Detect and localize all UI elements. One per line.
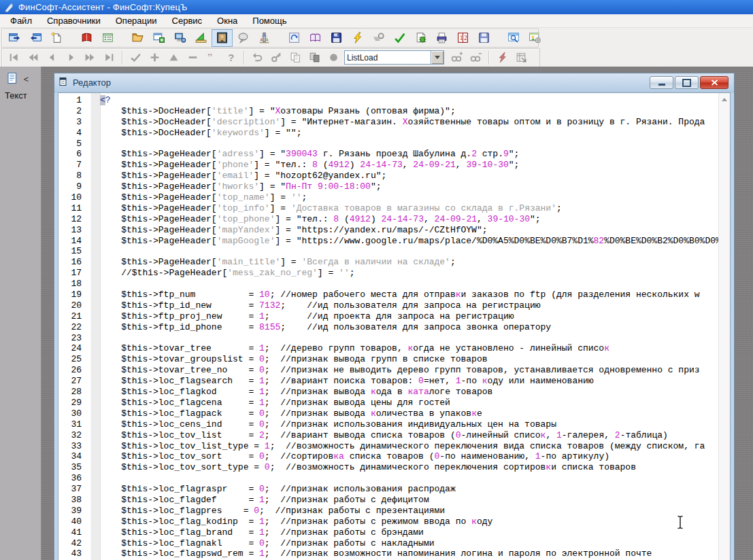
main-toolbar-group-2: [127, 29, 275, 47]
debug-bug-button[interactable]: [410, 29, 431, 47]
code-line: $this->loc_tov_sort_type = 0; //возможно…: [100, 462, 719, 473]
design-ruler-button[interactable]: [190, 29, 212, 47]
undo-button[interactable]: [248, 49, 267, 67]
app-icon: [4, 3, 14, 12]
record-circle-button[interactable]: [324, 49, 343, 67]
new-document-button[interactable]: [46, 29, 67, 47]
scroll-up-icon[interactable]: [722, 98, 727, 101]
add-record-button[interactable]: [145, 49, 164, 67]
menu-item-1[interactable]: Справочники: [39, 15, 108, 27]
svg-text:”: ”: [207, 51, 212, 64]
minimize-button[interactable]: [650, 76, 673, 89]
window-switch-prev-button[interactable]: [4, 29, 25, 47]
hint-balloon-icon: [237, 31, 250, 44]
image-settings-button[interactable]: [524, 29, 546, 47]
open-folder-button[interactable]: [127, 29, 148, 47]
code-line: $this->loc_flagraspr = 0; //признак испо…: [100, 484, 719, 495]
vertical-scrollbar[interactable]: [718, 93, 730, 560]
window-refresh-button[interactable]: [284, 29, 305, 47]
mdi-background: Редактор 1234567891011121314151617181920…: [41, 67, 753, 560]
new-window-icon: [152, 31, 165, 44]
code-line: $this->loc_cens_ind = 0; //признак испол…: [100, 419, 719, 430]
nav-toolbar-after-group-1: [492, 49, 531, 67]
send-to-monitor-button[interactable]: [169, 29, 190, 47]
line-number: 24: [58, 343, 90, 354]
quotes-button[interactable]: ”: [202, 49, 221, 67]
delete-record-button[interactable]: [183, 49, 202, 67]
line-number-gutter: 1234567891011121314151617181920212223242…: [58, 93, 90, 560]
line-number: 3: [58, 117, 90, 128]
menu-item-5[interactable]: Помощь: [245, 15, 294, 27]
run-fast-button[interactable]: [368, 29, 389, 47]
collapse-sidebar-button[interactable]: <: [24, 75, 29, 84]
line-number: 28: [58, 387, 90, 398]
find-next-button[interactable]: [447, 49, 466, 67]
line-number: 14: [58, 236, 90, 247]
code-line: $this->loc_flagpack = 0; //признак вывод…: [100, 408, 719, 419]
previous-record-button[interactable]: [42, 49, 61, 67]
line-number: 35: [58, 462, 90, 473]
forward-record-icon: [84, 51, 97, 64]
export-grid-button[interactable]: [512, 49, 531, 67]
web-preview-button[interactable]: [503, 29, 524, 47]
line-number: 31: [58, 419, 90, 430]
line-number: 37: [58, 484, 90, 495]
first-record-button[interactable]: [4, 49, 23, 67]
code-area[interactable]: <? $this->DocHeader['title'] = "Хозтовар…: [100, 93, 719, 560]
main-toolbar-group-4: [503, 29, 546, 47]
editor-window: Редактор 1234567891011121314151617181920…: [54, 73, 735, 560]
code-line: $this->loc_flag_brand = 1; //признак раб…: [100, 527, 719, 538]
properties-list-button[interactable]: [97, 29, 118, 47]
paste-special-button[interactable]: [305, 49, 324, 67]
last-record-button[interactable]: [99, 49, 118, 67]
first-record-icon: [7, 51, 20, 64]
code-editor[interactable]: 1234567891011121314151617181920212223242…: [58, 92, 731, 560]
code-line: $this->PageHeader['top_phone'] = "тел.: …: [100, 214, 719, 225]
editor-window-titlebar[interactable]: Редактор: [54, 73, 734, 92]
function-combobox-value[interactable]: ListLoad: [344, 50, 431, 65]
code-line: [100, 333, 719, 344]
menu-item-4[interactable]: Окна: [210, 15, 245, 27]
save-file-button[interactable]: [473, 29, 495, 47]
next-record-button[interactable]: [61, 49, 80, 67]
restore-button[interactable]: [675, 76, 699, 89]
line-number: 15: [58, 246, 90, 257]
line-number: 34: [58, 451, 90, 462]
rewind-record-button[interactable]: [23, 49, 42, 67]
menu-item-2[interactable]: Операции: [108, 15, 165, 27]
clear-search-button[interactable]: [492, 49, 512, 67]
new-window-button[interactable]: [148, 29, 169, 47]
chart-tower-button[interactable]: [254, 29, 275, 47]
sidebar-label: Текст: [0, 88, 41, 101]
copy-button[interactable]: [286, 49, 305, 67]
save-all-button[interactable]: [326, 29, 347, 47]
hint-balloon-button[interactable]: [233, 29, 254, 47]
code-line: $this->tovar_tree = 1; //дерево групп то…: [100, 343, 719, 354]
calendar-12-button[interactable]: 12: [452, 29, 473, 47]
accept-record-icon: [129, 51, 142, 64]
menu-item-0[interactable]: Файл: [3, 15, 39, 27]
svg-text:?: ?: [228, 52, 234, 63]
menu-item-3[interactable]: Сервис: [165, 15, 210, 27]
window-switch-next-button[interactable]: [25, 29, 46, 47]
combobox-dropdown-button[interactable]: [431, 50, 444, 65]
restore-icon: [682, 79, 691, 87]
line-number: 23: [58, 333, 90, 344]
forward-record-button[interactable]: [80, 49, 99, 67]
find-previous-button[interactable]: [466, 49, 485, 67]
close-button[interactable]: [700, 76, 729, 89]
syntax-check-button[interactable]: [389, 29, 410, 47]
print-document-button[interactable]: [431, 29, 452, 47]
references-book-button[interactable]: [76, 29, 97, 47]
function-combobox[interactable]: ListLoad: [344, 50, 444, 65]
open-book-button[interactable]: [305, 29, 326, 47]
rewind-record-icon: [27, 51, 39, 64]
editor-window-title: Редактор: [73, 77, 111, 88]
debug-bug-icon: [414, 31, 427, 44]
accept-record-button[interactable]: [126, 49, 145, 67]
help-button[interactable]: ?: [221, 49, 240, 67]
execute-lightning-button[interactable]: [347, 29, 368, 47]
image-viewer-button[interactable]: [212, 29, 233, 47]
find-key-button[interactable]: [267, 49, 286, 67]
edit-record-button[interactable]: [164, 49, 183, 67]
